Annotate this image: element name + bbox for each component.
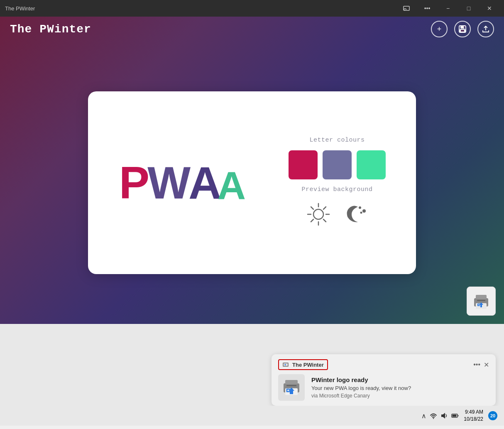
svg-rect-5 <box>461 30 464 32</box>
svg-rect-0 <box>404 6 409 10</box>
add-button[interactable]: + <box>431 21 448 37</box>
svg-rect-28 <box>286 385 296 386</box>
notif-controls: ••• ✕ <box>473 361 489 369</box>
swatch-teal[interactable] <box>357 150 386 179</box>
notif-printer-icon <box>281 377 302 398</box>
printer-button[interactable] <box>467 287 496 316</box>
svg-line-15 <box>311 219 313 222</box>
title-bar-left: The PWinter <box>5 5 35 12</box>
notif-body: PWinter logo ready Your new PWA logo is … <box>278 374 489 401</box>
taskbar: ∧ 9:49 AM 10/18/22 20 <box>0 406 504 426</box>
svg-marker-30 <box>441 413 445 419</box>
light-mode-button[interactable] <box>304 200 333 229</box>
swatch-purple[interactable] <box>323 150 352 179</box>
share-button[interactable] <box>477 21 494 37</box>
controls-area: Letter colours Preview background <box>275 137 399 229</box>
notification-area: The PWinter ••• ✕ <box>272 354 496 406</box>
dark-mode-button[interactable] <box>341 200 370 229</box>
main-card: P W A A Letter colours Preview backgroun… <box>88 91 416 274</box>
svg-rect-32 <box>458 415 459 417</box>
notif-desc: Your new PWA logo is ready, view it now? <box>311 385 411 391</box>
svg-rect-26 <box>285 380 298 384</box>
maximize-button[interactable]: □ <box>459 0 478 17</box>
battery-icon <box>451 412 459 419</box>
volume-icon <box>440 412 448 419</box>
app-header: The PWinter + <box>0 17 504 42</box>
notification-badge[interactable]: 20 <box>488 411 497 420</box>
save-button[interactable] <box>454 21 471 37</box>
taskbar-icons: ∧ <box>421 412 459 420</box>
taskbar-clock: 9:49 AM 10/18/22 <box>464 409 483 423</box>
title-bar-controls: ••• − □ ✕ <box>397 0 499 17</box>
chevron-up-icon[interactable]: ∧ <box>421 412 426 420</box>
swatch-red[interactable] <box>289 150 318 179</box>
notif-header: The PWinter ••• ✕ <box>278 359 489 370</box>
more-button[interactable]: ••• <box>418 0 437 17</box>
preview-bg-label: Preview background <box>301 186 372 193</box>
notif-app-icon <box>282 361 289 368</box>
svg-line-13 <box>323 219 326 222</box>
letter-w: W <box>147 160 188 206</box>
notif-icon-wrap <box>278 374 305 401</box>
pwa-logo: P W A A <box>119 160 244 206</box>
letter-a1: A <box>188 160 219 206</box>
svg-rect-22 <box>477 300 485 301</box>
svg-point-7 <box>313 209 323 219</box>
svg-rect-3 <box>461 26 464 28</box>
window-title: The PWinter <box>5 5 35 12</box>
logo-area: P W A A <box>105 160 258 206</box>
svg-line-12 <box>311 207 313 209</box>
color-swatches <box>289 150 386 179</box>
notif-title: PWinter logo ready <box>311 376 411 383</box>
title-bar: The PWinter ••• − □ ✕ <box>0 0 504 17</box>
svg-point-17 <box>362 209 366 213</box>
notif-close-button[interactable]: ✕ <box>484 361 489 369</box>
app-title: The PWinter <box>10 23 91 36</box>
bottom-region: The PWinter ••• ✕ <box>0 324 504 426</box>
close-button[interactable]: ✕ <box>480 0 499 17</box>
wifi-icon <box>430 412 437 419</box>
svg-rect-6 <box>464 26 465 28</box>
app-window: The PWinter + <box>0 17 504 324</box>
svg-rect-33 <box>453 415 457 417</box>
notification-card: The PWinter ••• ✕ <box>272 354 496 406</box>
letter-p: P <box>119 160 147 206</box>
cast-button[interactable] <box>397 0 416 17</box>
svg-rect-20 <box>476 295 487 299</box>
notif-more-button[interactable]: ••• <box>473 361 480 368</box>
letter-a2: A <box>218 166 244 206</box>
notif-app-name: The PWinter <box>278 359 328 370</box>
notif-text: PWinter logo ready Your new PWA logo is … <box>311 376 411 399</box>
app-header-actions: + <box>431 21 494 37</box>
svg-point-16 <box>359 206 361 209</box>
svg-point-1 <box>404 10 405 11</box>
minimize-button[interactable]: − <box>438 0 458 17</box>
notif-source: via Microsoft Edge Canary <box>311 393 411 399</box>
content-area: P W A A Letter colours Preview backgroun… <box>0 42 504 324</box>
svg-point-29 <box>433 418 434 419</box>
svg-line-14 <box>323 207 326 209</box>
letter-colors-label: Letter colours <box>309 137 365 144</box>
svg-point-18 <box>360 212 362 214</box>
bg-options <box>304 200 370 229</box>
